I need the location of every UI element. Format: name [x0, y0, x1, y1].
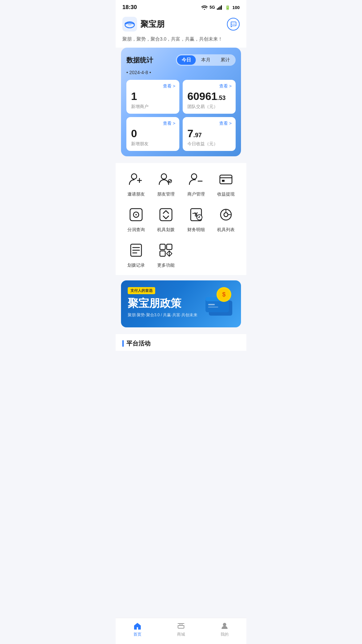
app-header: 聚宝朋 — [116, 13, 246, 36]
tab-total[interactable]: 累计 — [216, 55, 235, 65]
platform-header: 平台活动 — [116, 334, 246, 351]
merchant-manage-icon — [188, 171, 204, 187]
stat-value-2: 60961.53 — [187, 91, 231, 102]
profit-query-icon — [128, 207, 144, 223]
machine-transfer-icon — [158, 207, 174, 223]
svg-rect-0 — [217, 8, 218, 10]
platform-title: 平台活动 — [126, 339, 150, 347]
func-finance-detail[interactable]: ¥ 财务明细 — [181, 205, 211, 233]
nav-profile-icon — [220, 622, 229, 630]
nav-shop[interactable]: 商城 — [169, 622, 193, 637]
func-label-friend-manage: 朋友管理 — [157, 191, 175, 197]
stat-link-1[interactable]: 查看 > — [163, 83, 175, 89]
svg-rect-42 — [208, 304, 215, 305]
svg-point-52 — [223, 623, 226, 626]
machine-transfer-icon-wrap — [157, 205, 175, 224]
finance-detail-icon-wrap: ¥ — [187, 205, 205, 224]
banner-illustration: $ — [199, 287, 236, 321]
func-label-finance-detail: 财务明细 — [187, 227, 205, 233]
stat-new-merchant: 查看 > 1 新增商户 — [126, 80, 179, 114]
svg-rect-18 — [222, 180, 225, 182]
svg-point-7 — [232, 24, 233, 25]
nav-shop-icon — [177, 622, 185, 630]
svg-point-6 — [128, 23, 132, 25]
func-machine-transfer[interactable]: 机具划拨 — [151, 205, 181, 233]
func-machine-list[interactable]: 机具列表 — [211, 205, 241, 233]
nav-profile[interactable]: 我的 — [213, 622, 236, 637]
stat-today-income: 查看 > 7.97 今日收益（元） — [183, 117, 236, 151]
func-income-withdraw[interactable]: 收益提现 — [211, 170, 241, 197]
app-name: 聚宝朋 — [140, 19, 165, 30]
nav-shop-label: 商城 — [177, 632, 185, 637]
more-features-icon-wrap — [157, 241, 175, 260]
stat-label-2: 团队交易（元） — [187, 104, 231, 110]
stat-value-4: 7.97 — [187, 128, 231, 140]
banner-section[interactable]: 支付人的首选 聚宝朋政策 聚朋·聚势·聚合3.0 / 共赢·共富·共创未来 $ — [121, 280, 241, 327]
stats-date: • 2024-4-8 • — [126, 70, 236, 75]
transfer-record-icon — [128, 242, 144, 258]
svg-point-27 — [224, 213, 228, 217]
banner-tag: 支付人的首选 — [128, 287, 155, 294]
function-grid: 邀请朋友 朋友管理 — [121, 170, 241, 268]
app-subtitle: 聚朋，聚势，聚合3.0，共富，共赢，共创未来！ — [116, 36, 246, 48]
svg-rect-36 — [160, 251, 165, 256]
stat-link-2[interactable]: 查看 > — [219, 83, 232, 89]
svg-text:$: $ — [222, 291, 226, 298]
status-bar: 18:30 5G 🔋 100 — [116, 0, 246, 13]
header-left: 聚宝朋 — [122, 17, 165, 32]
tab-today[interactable]: 今日 — [177, 55, 196, 65]
func-label-machine-transfer: 机具划拨 — [157, 227, 175, 233]
friend-manage-icon-wrap — [157, 170, 175, 189]
profit-query-icon-wrap — [127, 205, 145, 224]
func-profit-query[interactable]: 分润查询 — [121, 205, 151, 233]
merchant-manage-icon-wrap — [187, 170, 205, 189]
banner-graphic: $ — [199, 287, 236, 321]
stats-tabs: 今日 本月 累计 — [176, 54, 236, 66]
svg-rect-2 — [220, 6, 221, 10]
stat-value-3: 0 — [131, 128, 175, 140]
stats-header: 数据统计 今日 本月 累计 — [126, 54, 236, 66]
stat-link-4[interactable]: 查看 > — [219, 120, 232, 126]
func-placeholder-1 — [181, 241, 211, 268]
invite-friend-icon — [128, 171, 144, 187]
income-withdraw-icon — [218, 171, 234, 187]
nav-home-icon — [133, 622, 142, 630]
svg-point-9 — [234, 24, 235, 25]
svg-marker-37 — [169, 251, 172, 256]
stat-link-3[interactable]: 查看 > — [163, 120, 175, 126]
func-transfer-record[interactable]: 划拨记录 — [121, 241, 151, 268]
tab-month[interactable]: 本月 — [196, 55, 215, 65]
signal-5g: 5G — [209, 5, 215, 10]
more-features-icon — [158, 242, 174, 258]
svg-point-15 — [191, 174, 197, 179]
nav-profile-label: 我的 — [221, 632, 229, 637]
svg-rect-1 — [218, 7, 219, 10]
func-merchant-manage[interactable]: 商户管理 — [181, 170, 211, 197]
stats-grid: 查看 > 1 新增商户 查看 > 60961.53 团队交易（元） 查看 > 0 — [126, 80, 236, 151]
message-button[interactable] — [227, 18, 240, 31]
svg-rect-51 — [178, 626, 184, 628]
func-label-invite: 邀请朋友 — [127, 191, 145, 197]
svg-point-10 — [131, 174, 137, 179]
machine-list-icon-wrap — [217, 205, 235, 224]
func-label-income-withdraw: 收益提现 — [217, 191, 235, 197]
finance-detail-icon: ¥ — [188, 207, 204, 223]
stat-label-4: 今日收益（元） — [187, 141, 231, 147]
func-friend-manage[interactable]: 朋友管理 — [151, 170, 181, 197]
func-placeholder-2 — [211, 241, 241, 268]
svg-rect-35 — [167, 244, 172, 250]
message-icon — [230, 21, 237, 28]
platform-indicator — [122, 340, 124, 347]
wifi-icon — [201, 5, 207, 10]
func-invite-friend[interactable]: 邀请朋友 — [121, 170, 151, 197]
func-label-machine-list: 机具列表 — [217, 227, 235, 233]
stat-new-friend: 查看 > 0 新增朋友 — [126, 117, 179, 151]
nav-home[interactable]: 首页 — [126, 622, 149, 637]
app-logo — [122, 17, 137, 32]
stat-label-1: 新增商户 — [131, 104, 175, 110]
subtitle-text: 聚朋，聚势，聚合3.0，共富，共赢，共创未来！ — [122, 36, 223, 42]
func-more-features[interactable]: 更多功能 — [151, 241, 181, 268]
machine-list-icon — [218, 207, 234, 223]
stats-title: 数据统计 — [126, 56, 153, 65]
bottom-nav: 首页 商城 我的 — [116, 618, 246, 644]
